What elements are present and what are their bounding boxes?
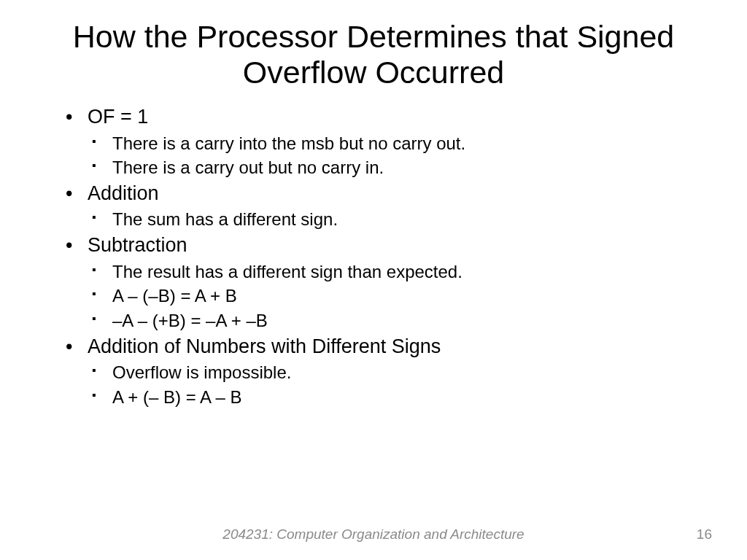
slide: How the Processor Determines that Signed…	[0, 0, 747, 560]
slide-title: How the Processor Determines that Signed…	[44, 19, 703, 91]
sub-list: The sum has a different sign.	[88, 208, 703, 231]
sub-item: A – (–B) = A + B	[88, 284, 703, 308]
footer-page-number: 16	[697, 526, 712, 542]
bullet-label: Addition	[88, 182, 159, 204]
sub-item: There is a carry out but no carry in.	[88, 156, 703, 179]
sub-item: The result has a different sign than exp…	[88, 260, 703, 284]
sub-item: –A – (+B) = –A + –B	[88, 309, 703, 332]
sub-item: A + (– B) = A – B	[88, 386, 703, 409]
slide-footer: 204231: Computer Organization and Archit…	[0, 526, 747, 542]
sub-list: There is a carry into the msb but no car…	[88, 132, 703, 179]
bullet-label: Addition of Numbers with Different Signs	[88, 335, 441, 357]
bullet-label: Subtraction	[88, 234, 187, 256]
sub-list: The result has a different sign than exp…	[88, 260, 703, 332]
list-item: Addition of Numbers with Different Signs…	[66, 334, 703, 409]
list-item: OF = 1 There is a carry into the msb but…	[66, 104, 703, 179]
list-item: Subtraction The result has a different s…	[66, 233, 703, 332]
sub-list: Overflow is impossible. A + (– B) = A – …	[88, 361, 703, 408]
bullet-label: OF = 1	[88, 106, 148, 128]
list-item: Addition The sum has a different sign.	[66, 181, 703, 231]
slide-content: OF = 1 There is a carry into the msb but…	[44, 104, 703, 409]
sub-item: There is a carry into the msb but no car…	[88, 132, 703, 155]
sub-item: The sum has a different sign.	[88, 208, 703, 231]
bullet-list: OF = 1 There is a carry into the msb but…	[66, 104, 703, 409]
sub-item: Overflow is impossible.	[88, 361, 703, 384]
footer-course: 204231: Computer Organization and Archit…	[222, 526, 524, 542]
